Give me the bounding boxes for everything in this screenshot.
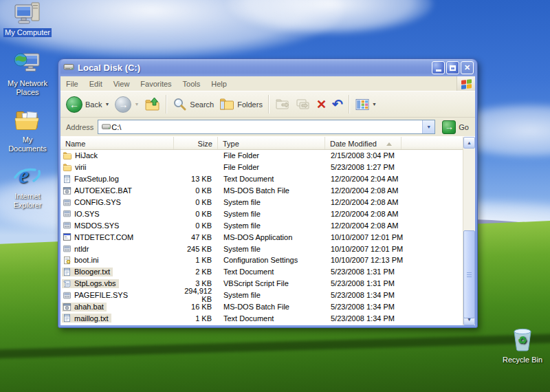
- file-date-modified: 12/20/2004 2:08 AM: [325, 186, 398, 195]
- toolbar: ← Back ▼ → ▼: [60, 91, 475, 118]
- file-row[interactable]: NTDETECT.COM47 KBMS-DOS Application10/10…: [60, 231, 463, 243]
- titlebar[interactable]: Local Disk (C:) ✕: [60, 59, 475, 76]
- file-name-cell: AUTOEXEC.BAT: [60, 186, 174, 195]
- views-button[interactable]: ▼: [353, 97, 380, 112]
- close-button[interactable]: ✕: [461, 61, 474, 74]
- delete-button[interactable]: ✕: [314, 97, 329, 112]
- file-name-chip[interactable]: NTDETECT.COM: [62, 232, 136, 241]
- file-name-chip[interactable]: HiJack: [62, 151, 100, 160]
- my-documents-icon: [2, 109, 53, 133]
- file-name: StpLogs.vbs: [74, 279, 116, 287]
- file-name-chip[interactable]: CONFIG.SYS: [62, 198, 124, 207]
- file-row[interactable]: IO.SYS0 KBSystem file12/20/2004 2:08 AM: [60, 208, 463, 219]
- file-name-chip[interactable]: Blooger.txt: [62, 268, 113, 276]
- file-size: 0 KB: [174, 186, 218, 195]
- desktop-icon-label[interactable]: Recycle Bin: [501, 356, 544, 364]
- menu-item-view[interactable]: View: [108, 78, 135, 90]
- address-dropdown-button[interactable]: ▼: [422, 120, 434, 133]
- file-name: AUTOEXEC.BAT: [74, 186, 132, 195]
- file-row[interactable]: MSDOS.SYS0 KBSystem file12/20/2004 2:08 …: [60, 219, 463, 231]
- menu-bar: FileEditViewFavoritesToolsHelp: [60, 76, 475, 91]
- copy-to-button[interactable]: [293, 96, 314, 113]
- desktop-icon-internet-explorer[interactable]: e Internet Explorer: [2, 165, 53, 210]
- file-name-chip[interactable]: FaxSetup.log: [62, 175, 122, 184]
- scroll-up-button[interactable]: ▲: [463, 137, 475, 149]
- menu-item-favorites[interactable]: Favorites: [135, 78, 177, 90]
- folders-button[interactable]: Folders: [217, 96, 265, 113]
- desktop-icon-my-network-places[interactable]: My Network Places: [2, 52, 53, 97]
- file-name-chip[interactable]: PAGEFILE.SYS: [62, 291, 131, 300]
- folder-file-icon: [63, 151, 72, 160]
- scrollbar-track[interactable]: [463, 149, 475, 314]
- back-button[interactable]: ← Back ▼: [63, 95, 112, 114]
- file-name-chip[interactable]: boot.ini: [62, 256, 101, 265]
- file-row[interactable]: HiJackFile Folder2/15/2008 3:04 PM: [60, 150, 463, 162]
- menu-item-help[interactable]: Help: [206, 78, 232, 90]
- desktop-icon-my-documents[interactable]: My Documents: [2, 109, 53, 153]
- column-header-type[interactable]: Type: [218, 137, 325, 149]
- svg-text:e: e: [19, 162, 29, 188]
- up-button[interactable]: [142, 95, 163, 113]
- file-name-cell: MSDOS.SYS: [60, 221, 174, 230]
- file-row[interactable]: PAGEFILE.SYS294,912 KBSystem file5/23/20…: [60, 290, 463, 301]
- file-type: System file: [218, 291, 325, 299]
- file-row[interactable]: Blooger.txt2 KBText Document5/23/2008 1:…: [60, 266, 463, 278]
- column-header-size[interactable]: Size: [174, 137, 218, 149]
- desktop-icon-recycle-bin[interactable]: ♻ Recycle Bin: [497, 329, 548, 364]
- file-name-chip[interactable]: maillog.txt: [62, 314, 111, 323]
- views-dropdown-icon[interactable]: ▼: [372, 102, 377, 107]
- menu-item-tools[interactable]: Tools: [177, 78, 206, 90]
- back-dropdown-icon[interactable]: ▼: [104, 102, 109, 107]
- address-combo[interactable]: C:\ ▼: [98, 120, 435, 134]
- menu-item-file[interactable]: File: [60, 78, 84, 90]
- desktop-icon-label[interactable]: My Documents: [2, 135, 53, 153]
- file-size: 1 KB: [174, 256, 218, 264]
- address-value[interactable]: C:\: [111, 123, 121, 131]
- column-header-name[interactable]: Name: [60, 137, 174, 149]
- desktop-icon-label[interactable]: My Network Places: [2, 79, 53, 97]
- desktop-icon-my-computer[interactable]: My Computer: [2, 1, 53, 37]
- file-name-cell: Blooger.txt: [60, 268, 174, 276]
- forward-dropdown-icon[interactable]: ▼: [134, 102, 139, 107]
- file-name: IO.SYS: [74, 210, 100, 218]
- toolbar-separator: [166, 95, 167, 113]
- move-to-button[interactable]: [272, 96, 293, 113]
- file-row[interactable]: CONFIG.SYS0 KBSystem file12/20/2004 2:08…: [60, 197, 463, 208]
- go-button[interactable]: → Go: [439, 120, 473, 134]
- search-button[interactable]: Search: [170, 96, 217, 113]
- desktop-icon-label[interactable]: Internet Explorer: [2, 192, 53, 210]
- file-date-modified: 5/23/2008 1:34 PM: [325, 314, 395, 323]
- batch-file-icon: [63, 186, 72, 195]
- window-client-area: FileEditViewFavoritesToolsHelp ← Back: [60, 76, 475, 325]
- file-name-chip[interactable]: ntldr: [62, 244, 91, 253]
- file-row[interactable]: StpLogs.vbs3 KBVBScript Script File5/23/…: [60, 278, 463, 290]
- column-header-date-modified[interactable]: Date Modified: [325, 137, 402, 149]
- go-icon: →: [442, 120, 456, 134]
- file-row[interactable]: ahah.bat16 KBMS-DOS Batch File5/23/2008 …: [60, 301, 463, 313]
- file-type: Configuration Settings: [218, 256, 325, 264]
- file-name-chip[interactable]: StpLogs.vbs: [62, 279, 119, 288]
- file-row[interactable]: viriiFile Folder5/23/2008 1:27 PM: [60, 162, 463, 173]
- file-row[interactable]: FaxSetup.log13 KBText Document12/20/2004…: [60, 173, 463, 185]
- file-name-chip[interactable]: ahah.bat: [62, 303, 107, 312]
- undo-button[interactable]: ↶: [329, 97, 346, 112]
- file-row[interactable]: maillog.txt1 KBText Document5/23/2008 1:…: [60, 312, 463, 324]
- file-row[interactable]: ntldr245 KBSystem file10/10/2007 12:01 P…: [60, 243, 463, 254]
- file-name-cell: virii: [60, 163, 174, 172]
- file-name-chip[interactable]: AUTOEXEC.BAT: [62, 186, 135, 195]
- scrollbar-grip: [467, 274, 472, 275]
- file-name-chip[interactable]: MSDOS.SYS: [62, 221, 122, 230]
- forward-button[interactable]: → ▼: [112, 95, 142, 114]
- desktop-icon-label[interactable]: My Computer: [3, 28, 52, 37]
- file-name: virii: [75, 163, 87, 171]
- scrollbar-thumb[interactable]: [463, 230, 475, 318]
- vertical-scrollbar[interactable]: ▲ ▼: [463, 137, 475, 325]
- file-name-chip[interactable]: virii: [62, 163, 89, 172]
- maximize-button[interactable]: [446, 61, 459, 74]
- minimize-button[interactable]: [432, 61, 445, 74]
- file-name-chip[interactable]: IO.SYS: [62, 209, 102, 218]
- file-row[interactable]: AUTOEXEC.BAT0 KBMS-DOS Batch File12/20/2…: [60, 185, 463, 197]
- file-row[interactable]: boot.ini1 KBConfiguration Settings10/10/…: [60, 254, 463, 266]
- menu-item-edit[interactable]: Edit: [84, 78, 108, 90]
- file-name: CONFIG.SYS: [74, 198, 121, 206]
